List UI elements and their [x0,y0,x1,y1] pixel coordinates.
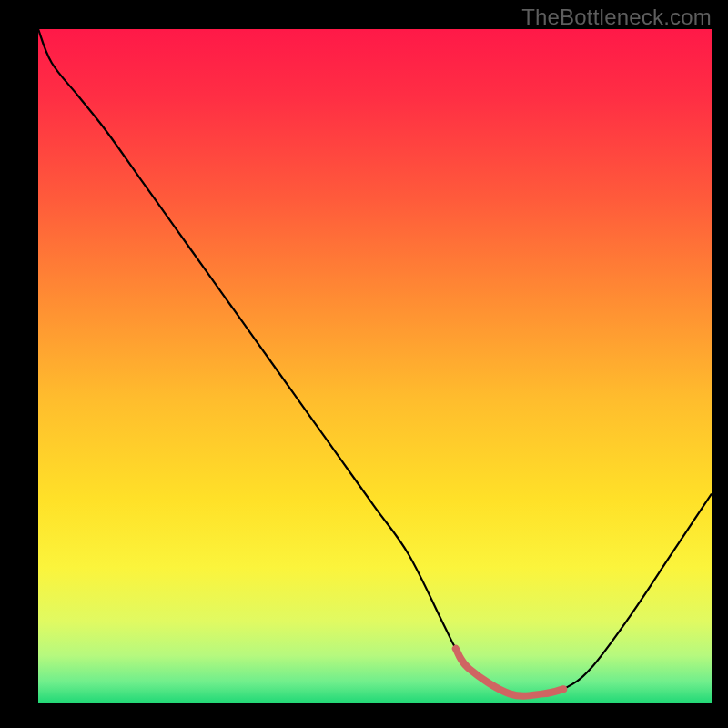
chart-container [38,29,712,703]
watermark-text: TheBottleneck.com [521,5,712,30]
gradient-background [38,29,712,703]
bottleneck-curve-chart [38,29,712,703]
